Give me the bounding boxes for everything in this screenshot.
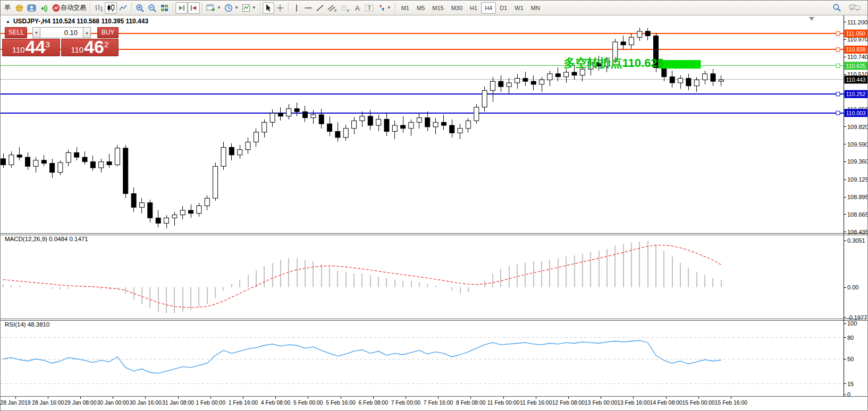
price-badge <box>845 75 868 83</box>
candle <box>205 198 209 206</box>
buy-price-button[interactable]: 110462 <box>61 39 119 56</box>
time-axis-label: 13 Feb 00:00 <box>585 400 617 406</box>
candle <box>278 113 283 116</box>
vertical-line-icon <box>293 4 300 12</box>
price-tick-label: 109.360 <box>847 158 868 165</box>
pivot-annotation-text: 多空转折点110.625 <box>564 56 664 70</box>
horizontal-line-tool-button[interactable] <box>302 2 314 14</box>
candle <box>335 131 340 137</box>
timeframe-m5-button[interactable]: M5 <box>413 2 428 14</box>
sell-price-button[interactable]: 110443 <box>2 39 60 56</box>
chart-canvas: 多空转折点110.625111.200110.970110.740110.510… <box>1 1 868 411</box>
candle <box>254 132 258 142</box>
label-tool-button[interactable]: T <box>363 2 376 14</box>
period-button[interactable]: ▼ <box>223 2 240 14</box>
community-button[interactable] <box>26 2 38 14</box>
candle <box>197 206 201 213</box>
cursor-tool-button[interactable] <box>263 2 274 14</box>
search-button[interactable] <box>831 2 843 14</box>
autotrade-button[interactable]: 自动交易 <box>50 2 88 14</box>
svg-text:E: E <box>334 8 337 12</box>
timeframe-mn-button[interactable]: MN <box>527 2 544 14</box>
price-badge-label: 110.443 <box>846 76 866 83</box>
time-axis-label: 12 Feb 08:00 <box>552 400 585 406</box>
indicators-button[interactable]: ▼ <box>240 2 258 14</box>
timeframe-m1-button[interactable]: M1 <box>398 2 413 14</box>
timeframe-w1-button[interactable]: W1 <box>511 2 527 14</box>
candle <box>384 119 389 132</box>
crosshair-tool-button[interactable] <box>274 2 286 14</box>
buy-price-big: 46 <box>84 40 104 55</box>
price-tick-label: 111.200 <box>847 19 867 25</box>
rsi-tick-label: 100 <box>847 320 857 327</box>
time-axis-label: 15 Feb 00:00 <box>682 400 715 406</box>
sell-button[interactable]: SELL <box>5 27 27 38</box>
price-tick-label: 110.970 <box>847 36 868 42</box>
zoom-out-button[interactable] <box>146 2 158 14</box>
tile-windows-button[interactable] <box>158 2 171 14</box>
new-order-button[interactable]: 单 <box>2 2 13 14</box>
time-axis-label: 5 Feb 00:00 <box>293 400 323 406</box>
text-tool-button[interactable]: A <box>351 2 363 14</box>
separator <box>288 3 289 13</box>
signals-button[interactable] <box>38 2 50 14</box>
candle <box>662 67 667 76</box>
candle <box>686 78 691 85</box>
candlestick-mode-button[interactable] <box>105 2 117 14</box>
line-handle <box>836 32 840 36</box>
arrows-tool-button[interactable]: ▼ <box>376 2 393 14</box>
candle <box>629 37 634 45</box>
bar-chart-mode-button[interactable] <box>92 2 105 14</box>
candle <box>621 42 626 45</box>
clock-icon <box>224 4 233 12</box>
timeframe-m30-button[interactable]: M30 <box>448 2 466 14</box>
candle <box>540 80 544 84</box>
candle <box>417 118 422 123</box>
rsi-label: RSI(14) 48.3810 <box>5 321 49 328</box>
rsi-tick-label: 15 <box>847 381 854 387</box>
line-handle <box>836 92 840 96</box>
collapse-panel-triangle-icon[interactable]: ▲ <box>6 19 10 24</box>
candle <box>1 159 6 165</box>
candle <box>172 215 177 218</box>
time-axis-label: 14 Feb 08:00 <box>650 400 682 406</box>
new-chart-icon <box>206 4 216 12</box>
community-icon <box>27 4 36 12</box>
candle <box>343 129 348 138</box>
trendline-icon <box>316 4 324 12</box>
line-chart-mode-button[interactable] <box>117 2 129 14</box>
timeframe-h4-button[interactable]: H4 <box>481 2 496 14</box>
candle <box>229 147 234 155</box>
timeframe-m15-button[interactable]: M15 <box>428 2 447 14</box>
timeframe-h1-button[interactable]: H1 <box>466 2 481 14</box>
fibonacci-tool-button[interactable]: F <box>339 2 351 14</box>
timeframe-d1-button[interactable]: D1 <box>496 2 511 14</box>
macd-label: MACD(12,26,9) 0.0484 0.1471 <box>5 236 88 242</box>
vertical-line-tool-button[interactable] <box>291 2 302 14</box>
auto-scroll-button[interactable] <box>175 2 188 14</box>
new-chart-button[interactable]: ▼ <box>205 2 223 14</box>
candle <box>270 113 275 122</box>
autotrade-label: 自动交易 <box>61 3 86 12</box>
mt4-window: 单 自动交易 <box>0 0 868 411</box>
macd-tick-label: -0.1977 <box>847 314 867 321</box>
chart-shift-button[interactable] <box>188 2 200 14</box>
candle <box>74 152 79 157</box>
channel-tool-button[interactable]: E <box>326 2 339 14</box>
candle <box>107 162 112 165</box>
highlight-zone <box>659 60 701 68</box>
candle <box>9 155 14 165</box>
chat-button[interactable] <box>847 2 862 14</box>
buy-price-prefix: 110 <box>71 46 83 55</box>
gold-promo-button[interactable] <box>13 2 26 14</box>
line-handle <box>836 111 840 115</box>
symbol-ohlc-text: USDJPY-,H4 110.524 110.568 110.395 110.4… <box>13 18 148 25</box>
volume-input[interactable] <box>40 27 83 38</box>
time-axis-label: 8 Feb 08:00 <box>456 400 486 406</box>
candle <box>482 90 487 107</box>
time-axis-label: 15 Feb 16:00 <box>715 400 747 406</box>
zoom-in-button[interactable] <box>134 2 146 14</box>
trendline-tool-button[interactable] <box>314 2 326 14</box>
candle <box>499 81 503 87</box>
dropdown-arrow-icon: ▼ <box>234 5 239 10</box>
